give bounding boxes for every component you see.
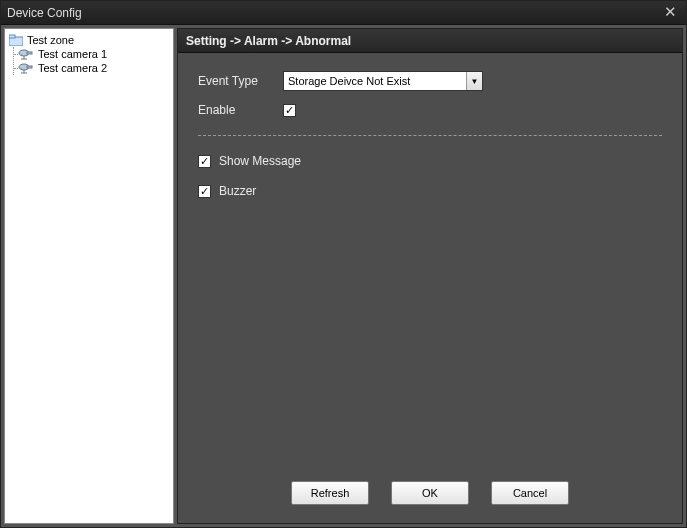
- buzzer-label: Buzzer: [219, 184, 256, 198]
- buzzer-row: ✓ Buzzer: [198, 184, 662, 198]
- device-tree-sidebar: Test zone Test camera 1: [4, 28, 174, 524]
- show-message-label: Show Message: [219, 154, 301, 168]
- buzzer-checkbox[interactable]: ✓: [198, 185, 211, 198]
- ok-button[interactable]: OK: [391, 481, 469, 505]
- chevron-down-icon: ▼: [466, 72, 482, 90]
- footer-buttons: Refresh OK Cancel: [178, 467, 682, 523]
- show-message-row: ✓ Show Message: [198, 154, 662, 168]
- event-type-label: Event Type: [198, 74, 283, 88]
- main-panel: Setting -> Alarm -> Abnormal Event Type …: [177, 28, 683, 524]
- camera-icon: [18, 48, 34, 60]
- refresh-button[interactable]: Refresh: [291, 481, 369, 505]
- close-icon[interactable]: ✕: [660, 5, 680, 21]
- tree-root-label: Test zone: [27, 34, 74, 46]
- event-type-value: Storage Deivce Not Exist: [283, 71, 483, 91]
- tree-item-label: Test camera 2: [38, 62, 107, 74]
- tree-item-camera[interactable]: Test camera 2: [16, 61, 171, 75]
- device-config-window: Device Config ✕ Test zone: [0, 0, 687, 528]
- svg-rect-7: [27, 66, 32, 68]
- event-type-row: Event Type Storage Deivce Not Exist ▼: [198, 71, 662, 91]
- tree-item-camera[interactable]: Test camera 1: [16, 47, 171, 61]
- enable-row: Enable ✓: [198, 103, 662, 117]
- tree-item-label: Test camera 1: [38, 48, 107, 60]
- window-title: Device Config: [7, 6, 660, 20]
- svg-rect-3: [27, 52, 32, 54]
- tree-root-zone[interactable]: Test zone: [7, 33, 171, 47]
- show-message-checkbox[interactable]: ✓: [198, 155, 211, 168]
- content-area: Event Type Storage Deivce Not Exist ▼ En…: [178, 53, 682, 467]
- section-divider: [198, 135, 662, 136]
- tree-children: Test camera 1 Test camera 2: [13, 47, 171, 75]
- svg-rect-1: [9, 35, 15, 38]
- enable-checkbox[interactable]: ✓: [283, 104, 296, 117]
- camera-icon: [18, 62, 34, 74]
- breadcrumb: Setting -> Alarm -> Abnormal: [178, 29, 682, 53]
- cancel-button[interactable]: Cancel: [491, 481, 569, 505]
- event-type-select[interactable]: Storage Deivce Not Exist ▼: [283, 71, 483, 91]
- zone-icon: [9, 34, 23, 46]
- titlebar: Device Config ✕: [1, 1, 686, 25]
- enable-label: Enable: [198, 103, 283, 117]
- window-body: Test zone Test camera 1: [1, 25, 686, 527]
